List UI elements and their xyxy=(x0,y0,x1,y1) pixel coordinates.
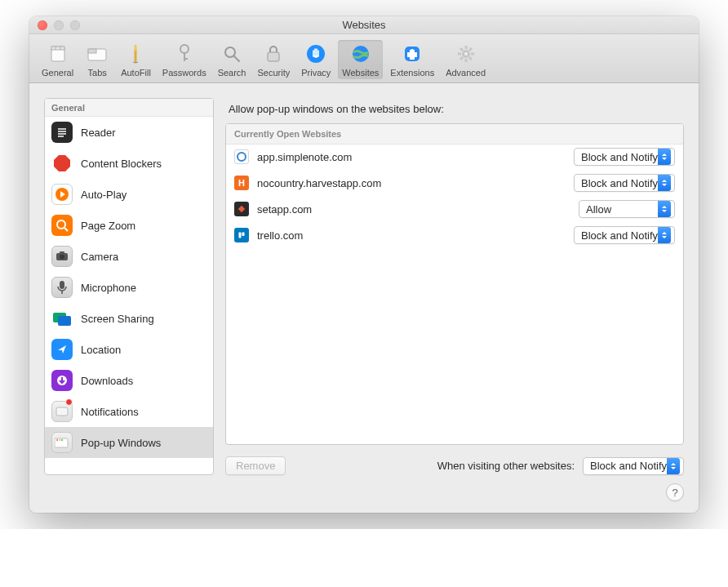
toolbar-tab-tabs[interactable]: Tabs xyxy=(81,40,113,79)
svg-line-23 xyxy=(460,57,463,60)
select-value: Allow xyxy=(586,203,611,216)
sidebar-item-popup-windows[interactable]: Pop-up Windows xyxy=(45,427,213,458)
website-policy-select[interactable]: Block and Notify xyxy=(574,226,675,244)
svg-line-21 xyxy=(460,48,463,51)
sidebar-item-location[interactable]: Location xyxy=(45,334,213,365)
toolbar-tab-general[interactable]: General xyxy=(38,40,78,79)
sidebar-item-microphone[interactable]: Microphone xyxy=(45,272,213,303)
sidebar-item-notifications[interactable]: Notifications xyxy=(45,396,213,427)
svg-point-6 xyxy=(180,45,189,53)
chevron-updown-icon xyxy=(658,201,671,217)
website-domain: setapp.com xyxy=(257,203,570,216)
key-icon xyxy=(172,42,197,66)
toolbar-tab-extensions[interactable]: Extensions xyxy=(386,40,438,79)
sidebar-item-label: Screen Sharing xyxy=(81,313,154,325)
toolbar-tab-label: AutoFill xyxy=(121,68,151,78)
sidebar-item-content-blockers[interactable]: Content Blockers xyxy=(45,148,213,179)
svg-point-15 xyxy=(411,49,414,52)
toolbar-tab-label: Passwords xyxy=(162,68,206,78)
toolbar-tab-advanced[interactable]: Advanced xyxy=(442,40,490,79)
reader-icon xyxy=(51,122,73,143)
autofill-icon xyxy=(123,42,148,66)
svg-rect-38 xyxy=(60,281,64,289)
svg-rect-11 xyxy=(268,52,279,61)
select-value: Block and Notify xyxy=(590,460,667,472)
content-area: General Reader Content Blockers Auto-Pla… xyxy=(29,83,699,483)
play-icon xyxy=(51,184,73,205)
toolbar-tab-websites[interactable]: Websites xyxy=(338,40,383,79)
download-icon xyxy=(51,370,73,391)
chevron-updown-icon xyxy=(658,175,671,191)
svg-point-25 xyxy=(464,52,468,56)
stop-icon xyxy=(51,153,73,174)
sidebar-item-downloads[interactable]: Downloads xyxy=(45,365,213,396)
website-row[interactable]: trello.com Block and Notify xyxy=(226,223,683,247)
globe-icon xyxy=(348,42,373,66)
website-policy-select[interactable]: Block and Notify xyxy=(574,148,675,166)
help-row: ? xyxy=(29,483,699,513)
toolbar-tab-privacy[interactable]: Privacy xyxy=(297,40,335,79)
svg-rect-52 xyxy=(239,233,242,238)
website-policy-select[interactable]: Block and Notify xyxy=(574,174,675,192)
sidebar-item-label: Location xyxy=(81,344,121,356)
toolbar-tab-security[interactable]: Security xyxy=(253,40,294,79)
gear-icon xyxy=(454,42,478,66)
svg-rect-51 xyxy=(238,206,245,212)
toolbar-tab-label: Advanced xyxy=(446,68,486,78)
sidebar-item-label: Notifications xyxy=(81,406,139,418)
svg-rect-41 xyxy=(58,316,71,326)
toolbar-tab-label: Websites xyxy=(342,68,379,78)
toolbar-tab-search[interactable]: Search xyxy=(214,40,251,79)
svg-line-10 xyxy=(234,56,239,61)
help-button[interactable]: ? xyxy=(666,483,684,501)
svg-rect-7 xyxy=(184,53,185,61)
svg-point-49 xyxy=(61,439,63,441)
site-favicon-setapp xyxy=(234,202,249,216)
lock-icon xyxy=(261,42,286,66)
sidebar-item-camera[interactable]: Camera xyxy=(45,241,213,272)
toolbar-tab-label: Search xyxy=(218,68,246,78)
zoom-icon xyxy=(51,215,73,236)
sidebar-item-screen-sharing[interactable]: Screen Sharing xyxy=(45,303,213,334)
sidebar-item-label: Content Blockers xyxy=(81,158,162,170)
sidebar-item-auto-play[interactable]: Auto-Play xyxy=(45,179,213,210)
website-row[interactable]: app.simplenote.com Block and Notify xyxy=(226,145,683,169)
svg-marker-42 xyxy=(58,345,66,354)
site-favicon-harvest: H xyxy=(234,176,249,190)
svg-point-36 xyxy=(60,255,64,260)
toolbar-tab-autofill[interactable]: AutoFill xyxy=(117,40,155,79)
svg-point-9 xyxy=(225,47,235,57)
svg-point-33 xyxy=(57,220,65,229)
other-websites-policy-select[interactable]: Block and Notify xyxy=(583,457,684,475)
svg-point-47 xyxy=(56,439,58,441)
titlebar: Websites xyxy=(29,16,699,34)
svg-point-50 xyxy=(237,153,246,161)
select-value: Block and Notify xyxy=(581,151,658,163)
website-row[interactable]: setapp.com Allow xyxy=(226,197,683,221)
svg-rect-5 xyxy=(88,49,96,53)
toolbar-tab-passwords[interactable]: Passwords xyxy=(158,40,211,79)
sidebar-item-label: Page Zoom xyxy=(81,220,135,232)
sidebar-item-label: Pop-up Windows xyxy=(81,437,161,449)
main-heading: Allow pop-up windows on the websites bel… xyxy=(229,103,684,115)
settings-sidebar: General Reader Content Blockers Auto-Pla… xyxy=(44,98,214,475)
chevron-updown-icon xyxy=(658,149,671,165)
toolbar-tab-label: Security xyxy=(257,68,290,78)
tabs-icon xyxy=(85,42,109,66)
website-domain: app.simplenote.com xyxy=(257,151,566,163)
remove-button[interactable]: Remove xyxy=(225,456,286,475)
website-policy-select[interactable]: Allow xyxy=(579,200,675,218)
sidebar-item-label: Microphone xyxy=(81,282,136,294)
magnifier-icon xyxy=(220,42,244,66)
website-row[interactable]: H nocountry.harvestapp.com Block and Not… xyxy=(226,171,683,195)
toolbar-tab-label: Tabs xyxy=(88,68,107,78)
sidebar-item-page-zoom[interactable]: Page Zoom xyxy=(45,210,213,241)
svg-point-12 xyxy=(307,45,325,63)
chevron-updown-icon xyxy=(667,458,680,474)
toolbar-tab-label: General xyxy=(42,68,73,78)
sidebar-item-reader[interactable]: Reader xyxy=(45,117,213,148)
main-pane: Allow pop-up windows on the websites bel… xyxy=(225,98,684,475)
camera-icon xyxy=(51,246,73,267)
preferences-toolbar: General Tabs AutoFill Passwords Search xyxy=(29,34,699,83)
select-value: Block and Notify xyxy=(581,177,658,189)
